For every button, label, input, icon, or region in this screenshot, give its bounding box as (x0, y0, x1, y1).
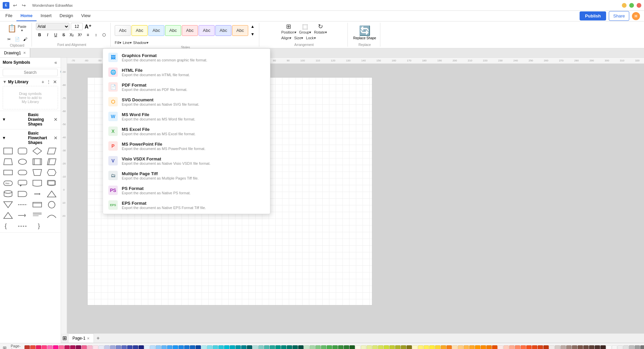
shape-text-box[interactable] (31, 211, 43, 220)
styles-scroll-down[interactable]: ▼ (249, 31, 256, 38)
library-options-button[interactable]: ⋮ (45, 79, 52, 85)
color-swatch[interactable] (144, 345, 150, 349)
color-swatch[interactable] (93, 345, 98, 349)
color-swatch[interactable] (247, 345, 252, 349)
color-swatch[interactable] (264, 345, 269, 349)
color-swatch[interactable] (389, 345, 395, 349)
color-swatch[interactable] (292, 345, 298, 349)
shape-manual-input[interactable] (2, 211, 14, 220)
color-swatch[interactable] (578, 345, 583, 349)
color-swatch[interactable] (59, 345, 64, 349)
color-swatch[interactable] (424, 345, 429, 349)
styles-scroll-up[interactable]: ▲ (249, 23, 256, 30)
color-swatch[interactable] (401, 345, 406, 349)
group-button[interactable]: ⬚Group▾ (299, 23, 312, 35)
shape-arrow-right[interactable] (16, 211, 29, 220)
shape-card[interactable] (31, 200, 43, 209)
export-item-word[interactable]: W MS Word File Export the document as MS… (103, 109, 270, 124)
color-swatch[interactable] (161, 345, 167, 349)
export-item-svg[interactable]: ⬡ SVG Document Export the document as Na… (103, 94, 270, 109)
collapse-symbols-button[interactable]: « (53, 60, 58, 65)
export-item-excel[interactable]: X MS Excel File Export the document as M… (103, 124, 270, 139)
color-swatch[interactable] (127, 345, 132, 349)
minimize-button[interactable] (622, 3, 627, 8)
shape-rounded-rect[interactable] (16, 146, 29, 156)
color-swatch[interactable] (218, 345, 224, 349)
shape-preparation[interactable] (46, 168, 58, 177)
color-swatch[interactable] (452, 345, 458, 349)
shape-diamond[interactable] (31, 146, 43, 156)
format-painter-button[interactable]: 🖌 (21, 36, 29, 43)
color-swatch[interactable] (412, 345, 418, 349)
undo-button[interactable]: ↩ (12, 3, 18, 8)
export-item-vsdx[interactable]: V Visio VSDX Format Export the document … (103, 153, 270, 168)
color-swatch[interactable] (99, 345, 104, 349)
color-swatch[interactable] (521, 345, 526, 349)
style-abc-5[interactable]: Abc (182, 25, 198, 36)
shape-dash[interactable] (16, 221, 29, 231)
color-swatch[interactable] (321, 345, 326, 349)
shape-manual-operation[interactable] (31, 168, 43, 177)
color-swatch[interactable] (538, 345, 543, 349)
menu-design[interactable]: Design (56, 11, 77, 21)
doc-tab-close-button[interactable]: ✕ (23, 51, 26, 55)
color-swatch[interactable] (30, 345, 36, 349)
color-swatch[interactable] (378, 345, 383, 349)
export-item-tiff[interactable]: 🗂 Multiple Page Tiff Export the document… (103, 168, 270, 183)
shape-line-connect[interactable] (16, 200, 29, 209)
color-swatch[interactable] (486, 345, 492, 349)
color-swatch[interactable] (418, 345, 423, 349)
maximize-button[interactable] (629, 3, 634, 8)
menu-home[interactable]: Home (16, 11, 37, 21)
menu-insert[interactable]: Insert (37, 11, 56, 21)
rotate-button[interactable]: ↻Rotate▾ (314, 23, 327, 35)
color-swatch[interactable] (623, 345, 629, 349)
close-library-button[interactable]: ✕ (52, 79, 58, 85)
color-swatch[interactable] (429, 345, 435, 349)
color-swatch[interactable] (532, 345, 537, 349)
color-swatch[interactable] (47, 345, 53, 349)
doc-tab-drawing1[interactable]: Drawing1 ✕ (0, 48, 30, 57)
italic-button[interactable]: I (44, 31, 51, 39)
color-swatch[interactable] (178, 345, 184, 349)
shape-predefined-process[interactable] (2, 168, 14, 177)
shape-rectangle[interactable] (2, 146, 14, 156)
color-swatch[interactable] (298, 345, 304, 349)
color-swatch[interactable] (64, 345, 70, 349)
color-swatch[interactable] (275, 345, 281, 349)
color-swatch[interactable] (167, 345, 172, 349)
color-swatch[interactable] (110, 345, 115, 349)
color-swatch[interactable] (190, 345, 195, 349)
color-swatch[interactable] (156, 345, 161, 349)
color-swatch[interactable] (509, 345, 515, 349)
user-avatar[interactable]: H (632, 12, 640, 20)
color-swatch[interactable] (515, 345, 520, 349)
shape-data[interactable] (46, 157, 58, 166)
color-swatch[interactable] (224, 345, 229, 349)
color-swatch[interactable] (543, 345, 549, 349)
color-swatch[interactable] (361, 345, 366, 349)
color-swatch[interactable] (235, 345, 241, 349)
shape-cylinder[interactable] (2, 189, 14, 199)
shape-callout[interactable] (16, 179, 29, 188)
color-swatch[interactable] (116, 345, 121, 349)
color-swatch[interactable] (612, 345, 617, 349)
redo-button[interactable]: ↪ (21, 3, 27, 8)
list-button[interactable]: ≡ (84, 31, 92, 39)
color-swatch[interactable] (121, 345, 127, 349)
close-flowchart-shapes-button[interactable]: ✕ (53, 135, 59, 141)
color-swatch[interactable] (270, 345, 275, 349)
position-button[interactable]: ⊞Position▾ (281, 23, 296, 35)
menu-view[interactable]: View (77, 11, 95, 21)
color-swatch[interactable] (344, 345, 349, 349)
cut-button[interactable]: ✂ (5, 36, 13, 43)
color-swatch[interactable] (139, 345, 144, 349)
align-left-button[interactable]: ⬡ (100, 31, 108, 39)
line-spacing-button[interactable]: ↕ (92, 31, 100, 39)
close-drawing-shapes-button[interactable]: ✕ (53, 117, 59, 122)
export-item-html[interactable]: 🌐 HTML File Export the document as HTML … (103, 65, 270, 80)
color-swatch[interactable] (315, 345, 321, 349)
color-swatch[interactable] (560, 345, 566, 349)
close-button[interactable] (637, 3, 641, 8)
color-swatch[interactable] (458, 345, 463, 349)
